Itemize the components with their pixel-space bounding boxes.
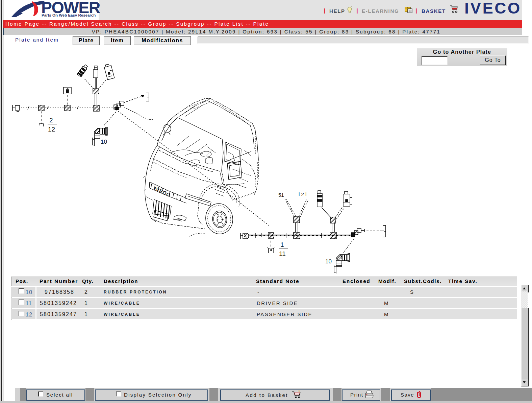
svg-text:10: 10 <box>101 139 107 145</box>
svg-text:51: 51 <box>278 192 284 198</box>
svg-text:IVECO: IVECO <box>153 186 172 198</box>
svg-text:12: 12 <box>48 126 55 133</box>
svg-text:10: 10 <box>325 258 332 265</box>
svg-text:l 2 l: l 2 l <box>299 191 306 197</box>
svg-text:1: 1 <box>280 241 284 248</box>
svg-text:11: 11 <box>279 250 286 257</box>
svg-text:2: 2 <box>49 117 53 124</box>
